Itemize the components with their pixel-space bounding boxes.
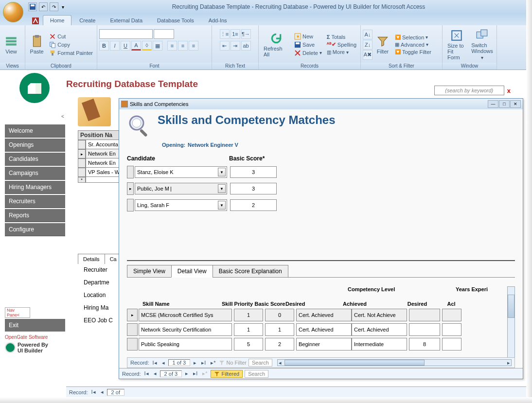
- sort-asc-button[interactable]: A↓: [363, 30, 372, 39]
- bullets-button[interactable]: ⋮≡: [220, 29, 230, 39]
- nav-next-icon[interactable]: ▸: [184, 370, 190, 377]
- numbering-button[interactable]: 1≡: [231, 29, 240, 39]
- tab-home[interactable]: Home: [43, 15, 71, 25]
- years-achieved-cell[interactable]: [442, 309, 461, 321]
- new-record-button[interactable]: ✶New: [292, 33, 324, 40]
- nav-hiring-managers[interactable]: Hiring Managers: [5, 181, 65, 194]
- delete-record-button[interactable]: Delete ▾: [292, 49, 324, 57]
- skill-name-cell[interactable]: Network Security Certification: [139, 323, 232, 336]
- advanced-button[interactable]: ▦ Advanced ▾: [393, 41, 433, 48]
- clear-sort-button[interactable]: A✖: [363, 50, 372, 60]
- years-achieved-cell[interactable]: [442, 338, 461, 350]
- bold-button[interactable]: B: [99, 41, 109, 51]
- candidate-combo[interactable]: Ling, Sarah F▼: [135, 199, 227, 211]
- paste-button[interactable]: Paste: [27, 34, 46, 55]
- no-filter-indicator[interactable]: No Filter: [219, 360, 247, 366]
- nav-last-icon[interactable]: ▸I: [192, 370, 199, 377]
- score-cell[interactable]: 2: [265, 338, 294, 350]
- selection-button[interactable]: 🔽 Selection ▾: [393, 34, 433, 41]
- align-right-button[interactable]: ≡: [189, 41, 198, 51]
- maximize-icon[interactable]: □: [499, 100, 510, 108]
- fit-form-button[interactable]: Size to Fit Form: [444, 28, 469, 61]
- chevron-down-icon[interactable]: ▼: [218, 201, 226, 210]
- nav-prev-icon[interactable]: ◂: [160, 360, 166, 366]
- popup-titlebar[interactable]: Skills and Competencies — □ ✕: [119, 99, 523, 109]
- cut-button[interactable]: Cut: [47, 33, 95, 40]
- format-painter-button[interactable]: Format Painter: [47, 49, 95, 57]
- fill-color-button[interactable]: ◊: [142, 41, 152, 51]
- view-button[interactable]: View: [2, 34, 20, 55]
- years-desired-cell[interactable]: [409, 323, 440, 336]
- nav-welcome[interactable]: Welcome: [5, 124, 65, 138]
- row-selector[interactable]: [127, 338, 138, 350]
- nav-new-icon[interactable]: ▸*: [209, 360, 217, 366]
- years-achieved-cell[interactable]: [442, 323, 461, 336]
- tab-add-ins[interactable]: Add-Ins: [202, 16, 234, 25]
- nav-campaigns[interactable]: Campaigns: [5, 167, 65, 180]
- priority-cell[interactable]: 1: [234, 323, 263, 336]
- ltr-button[interactable]: ¶→: [241, 29, 251, 39]
- gridlines-button[interactable]: ▦: [153, 41, 162, 51]
- app-tab-icon[interactable]: [29, 17, 42, 25]
- tab-detail-view[interactable]: Detail View: [171, 265, 213, 278]
- increase-indent-button[interactable]: ⇥: [231, 41, 240, 51]
- highlight-button[interactable]: ab: [241, 41, 251, 51]
- exit-button[interactable]: Exit: [5, 319, 65, 332]
- desired-cell[interactable]: Cert. Achieved: [296, 309, 352, 321]
- nav-configure[interactable]: Configure: [5, 223, 65, 236]
- search-field[interactable]: Search: [248, 359, 272, 367]
- score-cell[interactable]: 1: [265, 323, 294, 336]
- spelling-button[interactable]: ᴬᴮ✔ Spelling: [325, 41, 358, 48]
- chevron-down-icon[interactable]: ▼: [218, 168, 226, 176]
- filter-button[interactable]: Filter: [373, 34, 392, 55]
- more-button[interactable]: ▥ More ▾: [325, 49, 358, 55]
- nav-first-icon[interactable]: I◂: [90, 389, 97, 395]
- align-left-button[interactable]: ≡: [167, 41, 177, 51]
- undo-icon[interactable]: ↶: [39, 2, 48, 11]
- align-center-button[interactable]: ≡: [178, 41, 188, 51]
- nav-new-icon[interactable]: ▸*: [201, 370, 209, 377]
- achieved-cell[interactable]: Cert. Not Achieve: [352, 309, 407, 321]
- row-selector[interactable]: [127, 323, 138, 336]
- candidate-combo[interactable]: Stanz, Eloise K▼: [135, 166, 227, 178]
- nav-prev-icon[interactable]: ◂: [152, 370, 158, 377]
- clear-search-icon[interactable]: x: [507, 87, 511, 94]
- totals-button[interactable]: Σ Totals: [325, 34, 358, 40]
- nav-candidates[interactable]: Candidates: [5, 153, 65, 166]
- horizontal-scrollbar[interactable]: ◂▸: [277, 359, 512, 366]
- tab-details[interactable]: Details: [78, 254, 105, 264]
- row-selector[interactable]: [127, 182, 134, 195]
- skill-name-cell[interactable]: Public Speaking: [139, 338, 232, 350]
- tab-external-data[interactable]: External Data: [103, 16, 149, 25]
- search-input[interactable]: [434, 86, 504, 95]
- nav-first-icon[interactable]: I◂: [143, 370, 150, 377]
- decrease-indent-button[interactable]: ⇤: [220, 41, 230, 51]
- years-desired-cell[interactable]: [409, 309, 440, 321]
- row-selector[interactable]: [127, 309, 138, 321]
- tab-simple-view[interactable]: Simple View: [127, 265, 172, 278]
- font-color-button[interactable]: A: [131, 41, 141, 51]
- collapse-caret-icon[interactable]: <: [61, 114, 64, 119]
- save-icon[interactable]: [28, 2, 37, 11]
- redo-icon[interactable]: ↷: [50, 2, 58, 11]
- achieved-cell[interactable]: Cert. Achieved: [352, 323, 407, 336]
- underline-button[interactable]: U: [121, 41, 130, 51]
- nav-recruiters[interactable]: Recruiters: [5, 195, 65, 208]
- desired-cell[interactable]: Beginner: [296, 338, 352, 350]
- desired-cell[interactable]: Cert. Achieved: [296, 323, 352, 336]
- toggle-filter-button[interactable]: 🔽 Toggle Filter: [393, 49, 433, 55]
- nav-next-icon[interactable]: ▸: [192, 360, 198, 366]
- tab-score-explanation[interactable]: Basic Score Explanation: [213, 265, 288, 278]
- nav-pane-toggle[interactable]: Nav Pane<: [5, 307, 30, 318]
- nav-prev-icon[interactable]: ◂: [99, 389, 105, 395]
- font-size-combo[interactable]: [154, 29, 174, 39]
- italic-button[interactable]: I: [110, 41, 120, 51]
- achieved-cell[interactable]: Intermediate: [352, 338, 407, 350]
- candidate-combo[interactable]: Public, Joe M|▼: [135, 183, 227, 194]
- score-cell[interactable]: 0: [265, 309, 294, 321]
- tab-create[interactable]: Create: [72, 16, 102, 25]
- font-family-combo[interactable]: [99, 29, 153, 39]
- years-desired-cell[interactable]: 8: [409, 338, 440, 350]
- nav-openings[interactable]: Openings: [5, 139, 65, 152]
- nav-reports[interactable]: Reports: [5, 209, 65, 222]
